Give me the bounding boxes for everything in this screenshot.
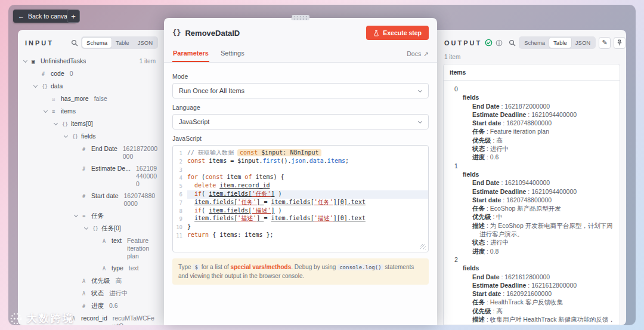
output-section-key[interactable]: fields (448, 170, 617, 178)
code-token: item.fields[ (271, 199, 314, 205)
output-field-key: 描述 (472, 222, 485, 229)
search-icon[interactable] (71, 39, 78, 47)
chevron-down-icon (418, 119, 422, 124)
node-parameters: Mode Run Once for All Items Language Jav… (164, 63, 437, 325)
tree-row[interactable]: A优先级高 (20, 275, 162, 287)
output-tab-table[interactable]: Table (549, 38, 571, 48)
code-token: ; (345, 158, 349, 164)
code-line[interactable]: 10} (173, 223, 428, 232)
hint-text: . Debug by using (291, 264, 338, 270)
docs-link[interactable]: Docs ↗ (407, 50, 429, 57)
drag-handle[interactable] (292, 15, 309, 20)
code-editor[interactable]: 1// 获取输入数据 const $input: N8nInput2const … (172, 145, 429, 252)
output-tab-json[interactable]: JSON (571, 38, 595, 48)
input-tab-json[interactable]: JSON (134, 38, 157, 48)
code-line[interactable]: 7 item.fields['任务'] = item.fields['任务'][… (173, 199, 428, 207)
code-line[interactable]: 4for (const item of items) { (173, 174, 428, 182)
tree-row[interactable]: #End Date1621872000000 (20, 143, 162, 162)
code-token: const (237, 149, 261, 156)
chevron-down-icon[interactable] (44, 107, 52, 112)
mode-select[interactable]: Run Once for All Items (172, 83, 429, 98)
chevron-down-icon[interactable] (85, 224, 92, 229)
output-field-row: 状态 : 进行中 (448, 144, 617, 153)
tree-row[interactable]: {}data (20, 80, 162, 92)
code-node-icon: {} (172, 29, 181, 37)
code-token: { items: items }; (212, 232, 273, 238)
tree-row[interactable]: #code0 (20, 67, 162, 80)
code-token: $input: N8nInput (261, 149, 321, 156)
line-number: 11 (173, 232, 187, 240)
output-field-row: End Date : 1621612800000 (448, 273, 617, 281)
number-type-icon: # (82, 165, 91, 173)
tree-row[interactable]: ≡items (20, 105, 162, 118)
tree-row[interactable]: ☑has_morefalse (20, 92, 162, 105)
tree-row[interactable]: A状态进行中 (20, 287, 162, 300)
pin-data-button[interactable] (614, 37, 626, 49)
tree-row[interactable]: #进度0.6 (20, 300, 162, 312)
code-line[interactable]: 2const items = $input.first().json.data.… (173, 158, 428, 166)
tab-settings[interactable]: Settings (220, 45, 245, 62)
node-detail-panel: {} RemoveDataID Execute step Parameters … (164, 18, 437, 325)
tree-row[interactable]: {}fields (20, 130, 162, 143)
code-line[interactable]: 8 if( item.fields['描述'] ) (173, 207, 428, 215)
tree-row[interactable]: AtextFeature iteration plan (20, 235, 162, 262)
output-table: items 0fieldsEnd Date : 1621872000000Est… (443, 64, 620, 325)
output-field-value: 为 EcoShop 开发新电商平台原型，计划下周进行客户演示。 (479, 222, 613, 238)
tree-row[interactable]: {}任务[0] (20, 222, 162, 235)
tree-row[interactable]: #Estimate De...1621094400000 (20, 162, 162, 190)
output-field-value: 1621094400000 (531, 188, 577, 195)
output-field-value: 1620748800000 (506, 119, 552, 127)
code-line[interactable]: 9 item.fields['描述'] = item.fields['描述'][… (173, 215, 428, 223)
docs-label: Docs (407, 50, 421, 57)
info-icon[interactable] (496, 39, 503, 47)
code-token: = (264, 199, 271, 205)
edit-output-button[interactable]: ✎ (599, 37, 611, 49)
code-line[interactable]: 6 if( item.fields['任务'] ) (173, 190, 428, 199)
output-tab-schema[interactable]: Schema (520, 38, 549, 48)
output-item-index[interactable]: 1 (448, 162, 617, 170)
output-section-key[interactable]: fields (448, 93, 617, 101)
input-tab-schema[interactable]: Schema (82, 38, 112, 48)
code-line[interactable]: 3 (173, 166, 428, 174)
output-item-index[interactable]: 0 (448, 85, 617, 93)
code-line[interactable]: 5 delete item.record_id (173, 182, 428, 190)
tree-value: 0.6 (109, 302, 158, 310)
chevron-spacer (75, 302, 82, 304)
code-token: ( (202, 190, 209, 197)
code-token: ] (256, 215, 264, 221)
execute-step-button[interactable]: Execute step (366, 26, 429, 40)
input-title: INPUT (25, 39, 54, 47)
node-header: {} RemoveDataID Execute step (164, 18, 437, 40)
tree-row[interactable]: #Start date1620748800000 (20, 190, 162, 209)
tree-key: 任务[0] (101, 224, 121, 232)
chevron-down-icon[interactable] (64, 132, 72, 137)
code-line[interactable]: 1// 获取输入数据 const $input: N8nInput (173, 149, 428, 158)
chevron-down-icon[interactable] (54, 120, 62, 125)
chevron-down-icon[interactable] (24, 57, 32, 62)
tab-parameters[interactable]: Parameters (172, 45, 209, 62)
code-line[interactable]: 11return { items: items }; (173, 232, 428, 240)
output-field-value: Feature iteration plan (490, 128, 549, 135)
resize-grip-icon[interactable] (420, 244, 426, 249)
tree-row[interactable]: ▣UnfinishedTasks1 item (20, 55, 162, 67)
tree-value: 1621872000000 (123, 145, 158, 161)
input-tab-table[interactable]: Table (112, 38, 134, 48)
output-table-header[interactable]: items (444, 64, 620, 81)
output-item-index[interactable]: 2 (448, 255, 617, 264)
add-button[interactable]: + (67, 10, 80, 23)
tree-row[interactable]: {}items[0] (20, 118, 162, 130)
code-token: (). (281, 158, 292, 164)
watermark: 大数跨境 (10, 312, 75, 325)
code-token (187, 182, 194, 189)
tree-row[interactable]: ≡任务 (20, 209, 162, 222)
chevron-down-icon[interactable] (34, 82, 42, 87)
output-field-value: 1621612800000 (531, 282, 577, 289)
output-section-key[interactable]: fields (448, 264, 617, 272)
search-icon[interactable] (509, 39, 516, 47)
language-select[interactable]: JavaScript (172, 114, 429, 129)
code-token: '任务' (252, 190, 271, 197)
tree-row[interactable]: Atypetext (20, 262, 162, 275)
input-view-switch: Schema Table JSON (81, 36, 158, 49)
pencil-icon: ✎ (602, 39, 608, 47)
chevron-down-icon[interactable] (75, 212, 82, 217)
